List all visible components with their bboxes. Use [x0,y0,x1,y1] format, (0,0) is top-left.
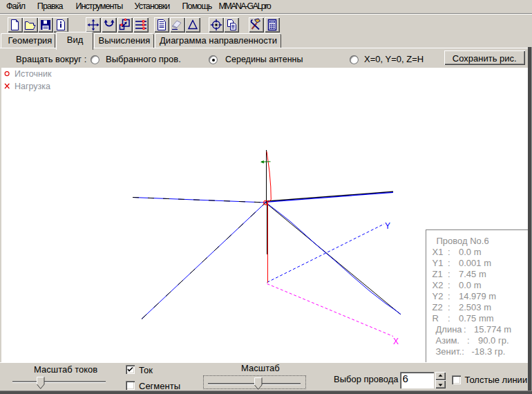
svg-text:Y1:0.001 m: Y1:0.001 m [433,258,491,268]
svg-text:Длина:15.774 m: Длина:15.774 m [436,324,512,335]
svg-text:X: X [393,337,399,346]
svg-text:Y2:14.979 m: Y2:14.979 m [433,291,497,301]
svg-text:Y: Y [385,221,390,231]
svg-text:Источник: Источник [15,69,52,79]
svg-text:Z1:7.45 m: Z1:7.45 m [433,269,486,279]
svg-text:Нагрузка: Нагрузка [15,82,50,91]
svg-text:Z2:2.503 m: Z2:2.503 m [433,302,491,312]
svg-text:Провод No.6: Провод No.6 [437,236,489,246]
